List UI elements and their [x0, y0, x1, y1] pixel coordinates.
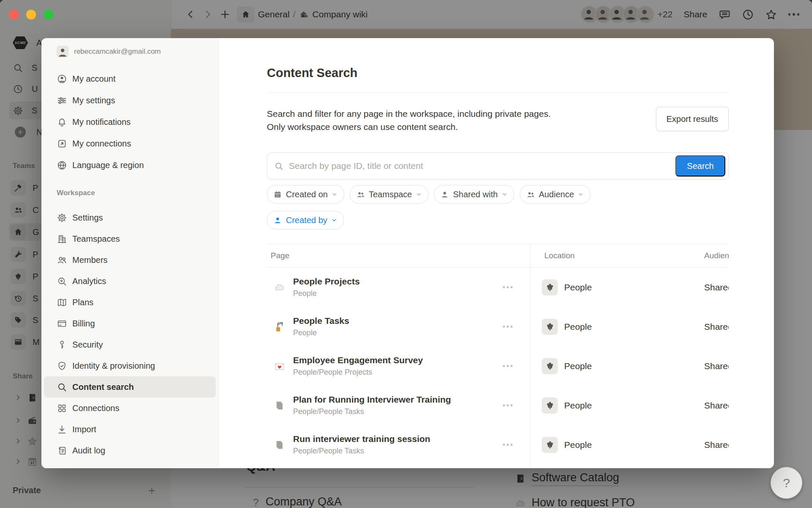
settings-nav-plans[interactable]: Plans — [41, 292, 218, 313]
settings-section-workspace: Workspace — [57, 189, 95, 197]
row-actions-icon[interactable] — [503, 404, 513, 406]
settings-nav-identity-provisioning[interactable]: Identity & provisioning — [41, 355, 218, 376]
page-title[interactable]: Employee Engagement Survey — [293, 355, 423, 365]
people-icon — [526, 190, 535, 199]
settings-nav-members[interactable]: Members — [41, 249, 218, 271]
settings-nav-label: Language & region — [72, 160, 144, 170]
settings-nav-audit-log[interactable]: Audit log — [41, 440, 218, 461]
table-header: Page Location Audience — [267, 244, 729, 268]
credit-card-icon — [57, 318, 67, 329]
location-value[interactable]: People — [564, 282, 592, 293]
settings-nav-settings[interactable]: Settings — [41, 207, 218, 228]
account-header: rebeccamcakir@gmail.com — [57, 46, 161, 58]
settings-nav-language-region[interactable]: Language & region — [41, 155, 218, 176]
page-path: People/People Tasks — [293, 407, 451, 416]
arrow-up-right-square-icon — [57, 138, 67, 149]
settings-nav-teamspaces[interactable]: Teamspaces — [41, 228, 218, 249]
account-avatar — [57, 46, 69, 58]
table-row[interactable]: Employee Engagement Survey People/People… — [267, 346, 729, 386]
building-icon — [57, 234, 67, 244]
filter-created-on[interactable]: Created on — [267, 185, 344, 204]
filter-label: Shared with — [453, 190, 498, 199]
person-icon — [273, 216, 282, 225]
teamspace-flower-icon — [542, 319, 558, 335]
row-actions-icon[interactable] — [503, 444, 513, 446]
filter-label: Created on — [286, 190, 328, 199]
location-value[interactable]: People — [564, 322, 592, 332]
scroll-icon — [57, 445, 67, 456]
column-header-location: Location — [530, 251, 704, 260]
minimize-window-button[interactable] — [26, 10, 36, 19]
search-icon — [274, 161, 284, 171]
sliders-icon — [57, 95, 67, 106]
search-button[interactable]: Search — [675, 155, 725, 177]
import-icon — [57, 424, 67, 435]
settings-nav-connections[interactable]: Connections — [41, 398, 218, 419]
page-icon — [272, 439, 287, 450]
panel-description: Search and filter for any page in the wo… — [267, 107, 656, 133]
settings-nav-content-search[interactable]: Content search — [44, 376, 216, 398]
export-results-button[interactable]: Export results — [656, 107, 729, 131]
settings-nav-label: Identity & provisioning — [72, 361, 155, 371]
help-button[interactable]: ? — [771, 467, 802, 499]
table-row[interactable]: Plan for Running Interviewer Training Pe… — [267, 386, 729, 425]
column-divider — [530, 244, 531, 468]
settings-nav-my-notifications[interactable]: My notifications — [41, 111, 218, 133]
page-icon — [272, 400, 287, 411]
filter-chips-row: Created on Teamspace Shared with Audienc… — [267, 185, 590, 204]
search-input[interactable] — [288, 160, 675, 171]
app-window: General / Company wiki +22 Share — [0, 0, 812, 508]
settings-nav-label: Teamspaces — [72, 234, 120, 244]
person-icon — [440, 190, 449, 199]
settings-nav-billing[interactable]: Billing — [41, 313, 218, 334]
settings-nav-import[interactable]: Import — [41, 419, 218, 440]
settings-nav-label: Settings — [72, 213, 103, 223]
table-row[interactable]: Run interviewer training session People/… — [267, 425, 729, 464]
filter-label: Created by — [286, 215, 327, 225]
settings-nav-label: Billing — [72, 319, 95, 329]
settings-nav-label: My settings — [72, 96, 115, 105]
page-path: People/People Projects — [293, 368, 423, 377]
teamspace-flower-icon — [542, 398, 558, 414]
chevron-down-icon — [578, 191, 584, 197]
location-value[interactable]: People — [564, 361, 592, 371]
settings-nav-label: Members — [72, 255, 107, 265]
filter-shared-with[interactable]: Shared with — [434, 185, 514, 204]
settings-nav-my-account[interactable]: My account — [41, 68, 218, 90]
settings-nav-analytics[interactable]: Analytics — [41, 271, 218, 292]
crane-icon — [272, 321, 287, 333]
audience-value: Shared — [704, 440, 729, 450]
filter-audience[interactable]: Audience — [520, 185, 590, 204]
globe-icon — [57, 160, 67, 171]
settings-nav-security[interactable]: Security — [41, 334, 218, 355]
window-controls — [9, 10, 53, 19]
table-row[interactable]: People Tasks People People Shared — [267, 307, 729, 346]
filter-label: Teamspace — [369, 190, 412, 199]
location-value[interactable]: People — [564, 440, 592, 450]
page-title[interactable]: People Tasks — [293, 316, 349, 326]
close-window-button[interactable] — [9, 10, 19, 19]
content-search-panel: Content Search Search and filter for any… — [219, 38, 774, 468]
location-value[interactable]: People — [564, 400, 592, 411]
content-search-bar: Search — [267, 152, 729, 179]
page-title[interactable]: Plan for Running Interviewer Training — [293, 395, 451, 405]
zoom-window-button[interactable] — [44, 10, 53, 19]
audience-value: Shared — [704, 400, 729, 411]
page-title[interactable]: People Projects — [293, 276, 360, 287]
results-table: Page Location Audience People Projects P… — [267, 244, 729, 468]
page-path: People/People Tasks — [293, 447, 430, 456]
row-actions-icon[interactable] — [503, 365, 513, 367]
settings-nav-my-settings[interactable]: My settings — [41, 90, 218, 111]
filter-teamspace[interactable]: Teamspace — [350, 185, 428, 204]
row-actions-icon[interactable] — [503, 326, 513, 328]
settings-nav-my-connections[interactable]: My connections — [41, 133, 218, 155]
column-header-audience: Audience — [704, 251, 729, 260]
title-divider — [267, 92, 729, 93]
account-email: rebeccamcakir@gmail.com — [74, 47, 161, 56]
grid-icon — [57, 403, 67, 414]
people-icon — [57, 255, 67, 265]
page-title[interactable]: Run interviewer training session — [293, 434, 430, 444]
row-actions-icon[interactable] — [503, 286, 513, 288]
filter-created-by[interactable]: Created by — [267, 211, 344, 229]
table-row[interactable]: People Projects People People Shared — [267, 268, 729, 307]
